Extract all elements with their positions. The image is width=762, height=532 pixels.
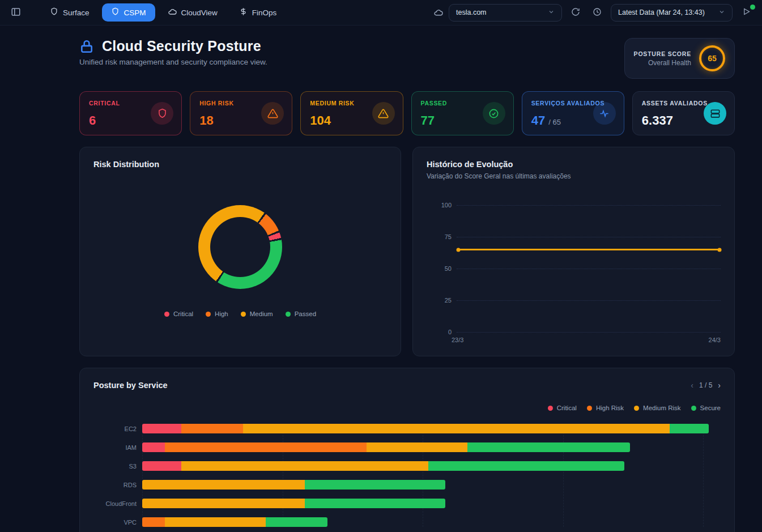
panel-left-icon: [11, 7, 21, 19]
bar-segment: [670, 424, 709, 433]
dollar-icon: [239, 7, 248, 18]
cloud-icon: [433, 8, 443, 18]
nav-tabs: Surface CSPM CloudView FinOps: [41, 3, 286, 22]
stacked-bar: [142, 424, 709, 433]
bar-segment: [165, 442, 367, 452]
bar-segment: [181, 424, 243, 433]
history-button[interactable]: [589, 5, 605, 20]
tab-label: FinOps: [252, 8, 277, 17]
legend-dot: [206, 312, 211, 317]
evolution-title: Histórico de Evolução: [427, 160, 721, 169]
next-page-button[interactable]: ›: [718, 381, 721, 390]
legend-dot: [164, 312, 169, 317]
posture-by-service-panel: Posture by Service ‹ 1 / 5 › CriticalHig…: [79, 368, 735, 532]
stat-suffix: / 65: [548, 118, 561, 126]
main-content: Cloud Security Posture Unified risk mana…: [0, 25, 762, 532]
bar-segment: [428, 461, 625, 471]
bar-segment: [165, 517, 266, 527]
service-label: RDS: [93, 482, 137, 488]
page-header: Cloud Security Posture Unified risk mana…: [79, 38, 735, 79]
service-chart-legend: CriticalHigh RiskMedium RiskSecure: [93, 405, 721, 411]
stacked-bar: [142, 442, 630, 452]
stat-card-assets-evaluated: ASSETS AVALIADOS 6.337: [632, 91, 735, 135]
bar-segment: [266, 517, 327, 527]
tab-cloudview[interactable]: CloudView: [159, 3, 227, 22]
bar-segment: [142, 424, 181, 433]
legend-label: Medium: [250, 310, 273, 317]
shield-alert-icon: [151, 102, 173, 125]
legend-label: Medium Risk: [643, 405, 680, 411]
gridline: [457, 237, 721, 237]
legend-label: High: [215, 310, 228, 317]
tab-finops[interactable]: FinOps: [230, 3, 286, 22]
legend-dot: [286, 312, 291, 317]
legend-label: Passed: [295, 310, 316, 317]
y-axis-tick: 75: [427, 233, 452, 240]
bar-segment: [142, 499, 305, 508]
stat-card-passed: PASSED 77: [411, 91, 514, 135]
chevron-down-icon: [718, 8, 725, 17]
tab-surface[interactable]: Surface: [41, 3, 99, 22]
play-icon: [742, 7, 751, 18]
bar-segment: [142, 517, 165, 527]
top-bar: Surface CSPM CloudView FinOps tesla.com …: [0, 0, 762, 25]
stat-card-services-evaluated: SERVIÇOS AVALIADOS 47 / 65: [522, 91, 624, 135]
vertical-gridline: [283, 424, 283, 527]
prev-page-button[interactable]: ‹: [691, 381, 693, 390]
posture-score-label: POSTURE SCORE: [634, 50, 691, 57]
stat-card-critical: CRITICAL 6: [79, 91, 182, 135]
tab-label: Surface: [63, 8, 90, 17]
legend-dot: [634, 406, 639, 411]
legend-item: High Risk: [587, 405, 624, 411]
chevron-right-icon: ›: [718, 381, 721, 390]
legend-item: Critical: [548, 405, 577, 411]
bar-segment: [181, 461, 428, 471]
domain-select[interactable]: tesla.com: [449, 4, 562, 22]
service-pagination: ‹ 1 / 5 ›: [691, 381, 721, 390]
legend-item: Critical: [164, 310, 193, 317]
server-icon: [704, 102, 726, 125]
legend-dot: [691, 406, 696, 411]
x-axis-tick: 23/3: [452, 337, 463, 343]
service-bar-row: IAM: [93, 442, 721, 452]
service-label: CloudFront: [93, 500, 137, 507]
gridline: [457, 332, 721, 333]
legend-dot: [548, 406, 553, 411]
legend-dot: [241, 312, 246, 317]
service-label: S3: [93, 463, 137, 470]
legend-item: Medium Risk: [634, 405, 680, 411]
posture-by-service-title: Posture by Service: [93, 381, 168, 390]
cloud-icon: [168, 7, 177, 18]
tab-cspm[interactable]: CSPM: [102, 3, 155, 22]
posture-score-ring: 65: [699, 45, 725, 71]
stacked-bar: [142, 480, 445, 490]
evolution-subtitle: Variação do Score Geral nas últimas aval…: [427, 172, 721, 180]
legend-label: Secure: [700, 405, 721, 411]
service-bar-row: VPC: [93, 517, 721, 527]
bar-segment: [142, 461, 181, 471]
gridline: [457, 300, 721, 301]
vertical-gridline: [423, 424, 423, 527]
refresh-icon: [571, 7, 580, 18]
risk-distribution-donut-chart: [198, 205, 282, 289]
vertical-gridline: [142, 424, 143, 527]
shield-icon: [111, 7, 120, 18]
sidebar-toggle-button[interactable]: [8, 5, 24, 20]
bar-segment: [243, 424, 669, 433]
gridline: [457, 269, 721, 269]
bar-segment: [305, 499, 445, 508]
alert-triangle-icon: [261, 102, 284, 125]
legend-label: Critical: [173, 310, 193, 317]
clock-icon: [593, 7, 602, 18]
data-snapshot-select[interactable]: Latest Data (Mar 24, 13:43): [611, 4, 733, 22]
service-label: EC2: [93, 425, 137, 432]
page-title: Cloud Security Posture: [102, 38, 261, 54]
refresh-button[interactable]: [568, 5, 584, 20]
donut-hole: [210, 217, 270, 277]
risk-distribution-title: Risk Distribution: [93, 160, 387, 169]
service-label: VPC: [93, 519, 137, 526]
bar-segment: [142, 480, 305, 490]
vertical-gridline: [703, 424, 704, 527]
score-line: [458, 249, 720, 250]
alert-triangle-icon: [372, 102, 395, 125]
